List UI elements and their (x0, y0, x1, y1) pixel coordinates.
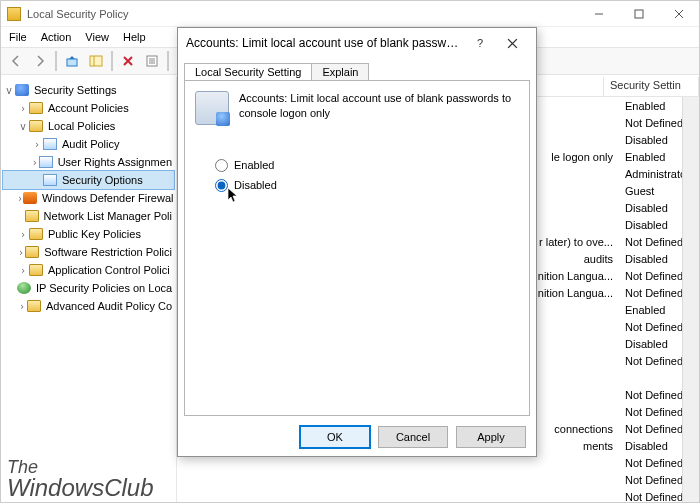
tree-item[interactable]: IP Security Policies on Loca (3, 279, 174, 297)
dialog-titlebar[interactable]: Accounts: Limit local account use of bla… (178, 28, 536, 58)
book-icon (43, 174, 57, 186)
close-button[interactable] (659, 1, 699, 27)
row-setting: Not Defined (619, 491, 699, 503)
tree-item-label: User Rights Assignmen (56, 156, 174, 168)
row-setting: Not Defined (619, 389, 699, 401)
watermark: The WindowsClub (7, 458, 154, 500)
tree-item-label: Network List Manager Poli (42, 210, 174, 222)
toolbar-separator (55, 51, 57, 71)
row-setting: Enabled (619, 304, 699, 316)
policy-icon (195, 91, 229, 125)
folder-icon (29, 264, 43, 276)
back-button[interactable] (5, 50, 27, 72)
tree-item-label: Account Policies (46, 102, 131, 114)
row-setting: Not Defined (619, 236, 699, 248)
tree-item-label: IP Security Policies on Loca (34, 282, 174, 294)
properties-dialog: Accounts: Limit local account use of bla… (177, 27, 537, 457)
list-row[interactable]: Not Defined (177, 488, 699, 502)
tree-item[interactable]: Network List Manager Poli (3, 207, 174, 225)
dialog-tabs: Local Security Setting Explain (178, 58, 536, 80)
folder-icon (29, 120, 43, 132)
delete-button[interactable] (117, 50, 139, 72)
row-setting: Not Defined (619, 321, 699, 333)
row-setting: Administrato (619, 168, 699, 180)
window-title: Local Security Policy (27, 8, 129, 20)
row-setting: Enabled (619, 151, 699, 163)
tab-local-security-setting[interactable]: Local Security Setting (184, 63, 312, 80)
row-setting: Not Defined (619, 117, 699, 129)
ok-button[interactable]: OK (300, 426, 370, 448)
console-tree[interactable]: vSecurity Settings ›Account PoliciesvLoc… (1, 77, 177, 502)
cursor-icon (225, 187, 241, 205)
row-setting: Not Defined (619, 474, 699, 486)
row-setting: Not Defined (619, 423, 699, 435)
book-icon (43, 138, 57, 150)
list-row[interactable]: Not Defined (177, 471, 699, 488)
row-setting: Disabled (619, 338, 699, 350)
radio-enabled[interactable]: Enabled (215, 155, 519, 175)
tree-item[interactable]: vLocal Policies (3, 117, 174, 135)
cancel-button[interactable]: Cancel (378, 426, 448, 448)
tree-item[interactable]: Security Options (3, 171, 174, 189)
tree-item[interactable]: ›Account Policies (3, 99, 174, 117)
maximize-button[interactable] (619, 1, 659, 27)
column-security-setting[interactable]: Security Settin (604, 77, 699, 96)
dialog-close-button[interactable] (496, 31, 528, 55)
tree-item[interactable]: ›Audit Policy (3, 135, 174, 153)
svg-rect-0 (635, 10, 643, 18)
row-setting: Not Defined (619, 270, 699, 282)
svg-rect-1 (67, 59, 77, 66)
up-level-button[interactable] (61, 50, 83, 72)
tree-item[interactable]: ›Application Control Polici (3, 261, 174, 279)
row-setting: Guest (619, 185, 699, 197)
row-setting: Disabled (619, 202, 699, 214)
row-setting: Enabled (619, 100, 699, 112)
radio-enabled-input[interactable] (215, 159, 228, 172)
tree-item[interactable]: ›Software Restriction Polici (3, 243, 174, 261)
book-icon (39, 156, 53, 168)
tree-item-label: Audit Policy (60, 138, 121, 150)
menu-action[interactable]: Action (41, 31, 72, 43)
tree-item-label: Advanced Audit Policy Co (44, 300, 174, 312)
row-setting: Disabled (619, 134, 699, 146)
row-setting: Not Defined (619, 355, 699, 367)
tree-item[interactable]: ›Windows Defender Firewal (3, 189, 174, 207)
radio-disabled[interactable]: Disabled (215, 175, 519, 195)
main-titlebar: Local Security Policy (1, 1, 699, 27)
row-setting: Disabled (619, 253, 699, 265)
tree-item[interactable]: ›Advanced Audit Policy Co (3, 297, 174, 315)
menu-view[interactable]: View (85, 31, 109, 43)
dialog-body: Accounts: Limit local account use of bla… (184, 80, 530, 416)
tree-item-label: Public Key Policies (46, 228, 143, 240)
menu-file[interactable]: File (9, 31, 27, 43)
folder-icon (29, 228, 43, 240)
row-setting: Disabled (619, 219, 699, 231)
forward-button[interactable] (29, 50, 51, 72)
tree-root[interactable]: Security Settings (32, 84, 119, 96)
row-setting: Disabled (619, 440, 699, 452)
tab-explain[interactable]: Explain (311, 63, 369, 80)
toolbar-separator (111, 51, 113, 71)
security-settings-icon (15, 84, 29, 96)
apply-button[interactable]: Apply (456, 426, 526, 448)
app-icon (7, 7, 21, 21)
radio-enabled-label: Enabled (234, 159, 274, 171)
tree-item-label: Local Policies (46, 120, 117, 132)
dialog-title: Accounts: Limit local account use of bla… (186, 36, 464, 50)
show-hide-tree-button[interactable] (85, 50, 107, 72)
folder-icon (25, 246, 39, 258)
properties-button[interactable] (141, 50, 163, 72)
tree-item[interactable]: ›Public Key Policies (3, 225, 174, 243)
policy-description: Accounts: Limit local account use of bla… (239, 91, 519, 121)
tree-item[interactable]: ›User Rights Assignmen (3, 153, 174, 171)
tree-item-label: Application Control Polici (46, 264, 172, 276)
dialog-help-button[interactable]: ? (464, 31, 496, 55)
svg-rect-2 (90, 56, 102, 66)
tree-item-label: Software Restriction Polici (42, 246, 174, 258)
menu-help[interactable]: Help (123, 31, 146, 43)
watermark-line2: WindowsClub (7, 476, 154, 500)
folder-icon (27, 300, 41, 312)
minimize-button[interactable] (579, 1, 619, 27)
row-setting: Not Defined (619, 406, 699, 418)
tree-item-label: Security Options (60, 174, 145, 186)
